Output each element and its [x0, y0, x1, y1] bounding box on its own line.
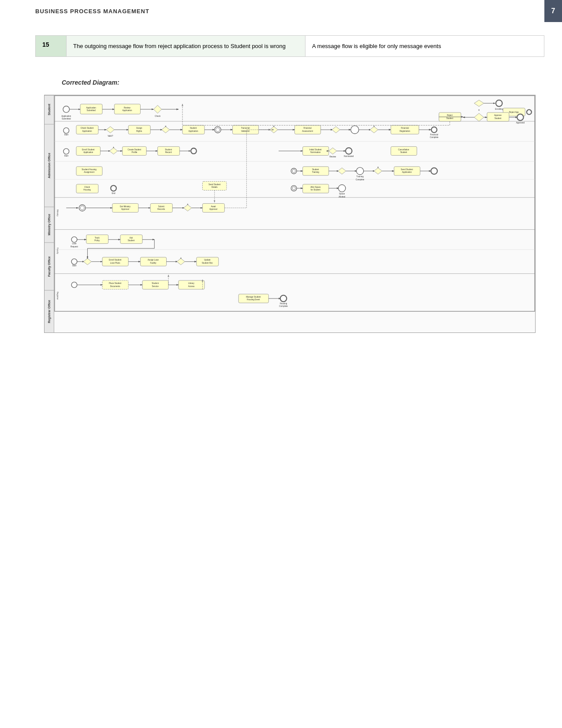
svg-text:Manage Student: Manage Student	[246, 296, 261, 299]
svg-text:Loan: Loan	[72, 243, 77, 245]
svg-text:Approval: Approval	[209, 208, 217, 210]
svg-text:Complete: Complete	[430, 137, 439, 139]
svg-point-143	[71, 259, 77, 265]
svg-text:Application: Application	[83, 151, 93, 153]
svg-marker-188	[329, 148, 337, 154]
svg-text:Application: Application	[86, 107, 97, 109]
svg-text:Access: Access	[188, 285, 195, 287]
pool-registrar: Registrar Office	[45, 290, 54, 333]
svg-text:Track: Track	[95, 237, 100, 239]
svg-text:Assessment: Assessment	[302, 130, 313, 132]
svg-text:Registration: Registration	[399, 130, 410, 132]
svg-text:Submit: Submit	[158, 205, 165, 208]
svg-text:Assign Loan: Assign Loan	[148, 259, 159, 261]
svg-point-105	[111, 186, 116, 191]
svg-text:Send Student: Send Student	[208, 183, 221, 186]
svg-text:Allotted: Allotted	[339, 196, 346, 198]
svg-text:+: +	[113, 146, 115, 149]
svg-text:Allot Space: Allot Space	[310, 186, 320, 188]
pool-labels: Student Admission Office Ministry Office…	[45, 95, 54, 332]
svg-text:Enroll Student: Enroll Student	[109, 259, 122, 261]
svg-point-221	[291, 186, 297, 191]
bpmn-diagram: Application Submitted Application Submit…	[54, 95, 535, 332]
svg-text:Service: Service	[152, 285, 159, 287]
svg-point-53	[215, 127, 221, 133]
svg-text:Profile: Profile	[131, 151, 137, 153]
svg-text:Start: Start	[64, 134, 68, 136]
svg-rect-11	[80, 104, 102, 114]
table-row: 15 The outgoing message flow from reject…	[36, 36, 544, 56]
svg-text:Reject App: Reject App	[509, 111, 519, 113]
svg-point-191	[346, 148, 352, 154]
svg-text:Financial: Financial	[304, 127, 312, 130]
svg-text:Application: Application	[122, 110, 132, 112]
svg-text:Submitted: Submitted	[62, 118, 71, 120]
svg-text:Record: Record	[165, 151, 172, 153]
svg-text:for Student: for Student	[311, 189, 321, 191]
svg-text:Student Rec: Student Rec	[202, 262, 213, 264]
svg-text:Complete: Complete	[279, 305, 288, 307]
svg-point-114	[79, 205, 86, 212]
row-number: 15	[36, 36, 67, 56]
svg-text:Housing: Housing	[280, 302, 287, 305]
svg-text:×: ×	[377, 166, 379, 169]
svg-text:×: ×	[165, 125, 167, 128]
diagram-container: Student Admission Office Ministry Office…	[44, 95, 536, 333]
svg-marker-228	[474, 113, 484, 121]
svg-marker-67	[332, 127, 340, 133]
header-title: BUSINESS PROCESS MANAGEMENT	[35, 8, 149, 15]
svg-point-28	[527, 110, 532, 115]
svg-point-225	[339, 185, 346, 192]
svg-text:+: +	[187, 203, 189, 206]
svg-text:Application: Application	[82, 130, 92, 132]
svg-point-200	[291, 168, 297, 174]
svg-text:Assign: Assign	[136, 127, 142, 130]
svg-point-181	[280, 295, 287, 302]
svg-text:Start: Start	[72, 265, 77, 267]
svg-text:Housing Event: Housing Event	[247, 299, 260, 301]
svg-text:Registrar: Registrar	[56, 292, 59, 300]
svg-text:Student: Student	[495, 117, 502, 119]
svg-text:Records: Records	[157, 208, 165, 210]
svg-text:Submitted: Submitted	[86, 110, 96, 112]
svg-text:Await: Await	[211, 205, 216, 208]
svg-text:Student: Student	[128, 239, 135, 242]
svg-text:Ask: Ask	[130, 237, 133, 239]
svg-point-81	[63, 149, 69, 154]
svg-text:Request: Request	[71, 246, 78, 248]
svg-text:Nomination: Nomination	[310, 151, 320, 153]
svg-text:Space: Space	[339, 193, 345, 195]
svg-point-22	[496, 100, 502, 107]
svg-text:Approved: Approved	[516, 122, 525, 124]
svg-text:Student: Student	[190, 127, 197, 130]
svg-text:Start: Start	[64, 155, 68, 157]
svg-text:Student: Student	[447, 117, 454, 119]
pool-faculty: Faculty Office	[45, 243, 54, 290]
svg-text:Valid?: Valid?	[108, 135, 113, 137]
svg-text:Faculty: Faculty	[56, 248, 59, 254]
svg-text:Create Student: Create Student	[128, 149, 141, 151]
page-number: 7	[544, 0, 562, 22]
svg-text:Enrolling: Enrolling	[495, 108, 503, 110]
svg-text:Send Student: Send Student	[401, 168, 413, 171]
svg-text:Assignment: Assignment	[84, 172, 94, 174]
error-table: 15 The outgoing message flow from reject…	[35, 35, 544, 57]
svg-text:Application: Application	[402, 172, 412, 174]
svg-text:Training: Training	[357, 176, 364, 178]
svg-marker-204	[338, 168, 346, 175]
header: BUSINESS PROCESS MANAGEMENT 7	[0, 0, 562, 22]
svg-text:Student: Student	[152, 283, 159, 285]
svg-text:Enroll Student: Enroll Student	[82, 149, 95, 151]
svg-text:Application: Application	[61, 115, 71, 117]
svg-text:Check Student: Check Student	[81, 127, 94, 130]
svg-marker-19	[153, 105, 161, 113]
svg-text:End: End	[112, 192, 116, 194]
cell-note: A message flow is eligible for only mess…	[305, 36, 544, 56]
svg-text:Check: Check	[84, 186, 90, 188]
svg-text:Student: Student	[165, 149, 172, 151]
svg-text:Place Student: Place Student	[109, 283, 122, 285]
svg-text:Rights: Rights	[136, 130, 142, 132]
svg-text:Ministry: Ministry	[56, 210, 59, 217]
svg-point-217	[431, 168, 438, 175]
svg-point-168	[71, 282, 77, 288]
